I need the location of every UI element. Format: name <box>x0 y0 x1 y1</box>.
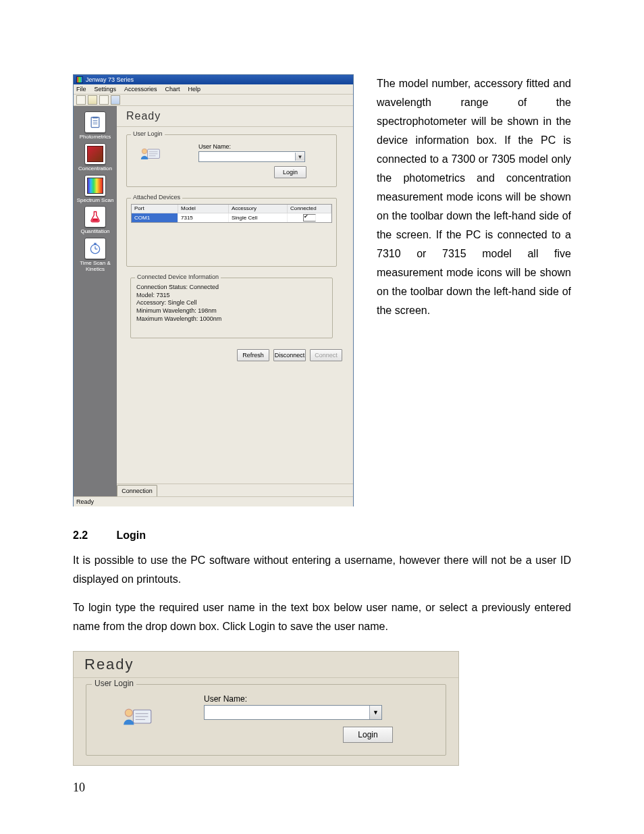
page-number: 10 <box>73 781 85 795</box>
sidebar-item-label: Spectrum Scan <box>77 198 114 204</box>
user-login-group: User Login User Name: ▼ Login <box>86 684 446 756</box>
menu-settings[interactable]: Settings <box>95 86 117 93</box>
group-caption: Attached Devices <box>131 194 182 201</box>
status-bar: Ready <box>74 496 353 506</box>
sidebar-item-photometrics[interactable]: Photometrics <box>80 111 111 140</box>
main-pane: Ready User Login User Name: ▼ Login <box>117 106 353 496</box>
status-text: Ready <box>76 498 94 505</box>
sidebar-item-label: Concentration <box>78 166 112 172</box>
sidebar-item-label: Photometrics <box>80 134 111 140</box>
section-title: Login <box>116 529 146 541</box>
app-logo-icon <box>76 76 83 83</box>
group-caption: Connected Device Information <box>135 273 221 280</box>
cell-port: COM1 <box>132 213 178 222</box>
header-accessory: Accessory <box>229 205 288 213</box>
username-label: User Name: <box>204 694 247 704</box>
app-window: Jenway 73 Series File Settings Accessori… <box>73 74 354 506</box>
disconnect-button[interactable]: Disconnect <box>273 349 306 361</box>
window-title: Jenway 73 Series <box>86 76 134 83</box>
sidebar-item-label: Quantitation <box>80 229 109 235</box>
explanatory-paragraph: The model number, accessory fitted and w… <box>377 74 571 320</box>
login-button[interactable]: Login <box>343 727 393 743</box>
section-number: 2.2 <box>73 529 113 542</box>
table-row[interactable]: COM1 7315 Single Cell <box>132 213 331 222</box>
timescan-icon <box>84 238 106 259</box>
login-button[interactable]: Login <box>274 166 306 178</box>
quantitation-icon <box>84 206 106 228</box>
header-model: Model <box>178 205 229 213</box>
header-port: Port <box>132 205 178 213</box>
toolbar-new-icon[interactable] <box>76 95 86 105</box>
attached-devices-group: Attached Devices Port Model Accessory Co… <box>126 198 337 267</box>
sidebar: Photometrics Concentration Spectrum Scan <box>74 106 117 496</box>
device-info-text: Connection Status: Connected Model: 7315… <box>136 284 221 323</box>
username-label: User Name: <box>198 143 231 150</box>
action-buttons: Refresh Disconnect Connect <box>237 349 342 361</box>
section-paragraph: To login type the required user name in … <box>73 598 571 636</box>
connect-button[interactable]: Connect <box>310 349 342 361</box>
photometrics-icon <box>84 111 106 133</box>
checkbox-checked-icon <box>303 214 316 221</box>
ready-bar: Ready <box>117 106 353 127</box>
ready-label: Ready <box>84 656 134 673</box>
info-line: Minimum Wavelength: 198nm <box>136 307 221 315</box>
toolbar-print-icon[interactable] <box>99 95 109 105</box>
spectrum-scan-icon <box>84 175 106 197</box>
cell-connected <box>288 213 331 222</box>
ready-bar: Ready <box>74 652 458 678</box>
username-select[interactable]: ▼ <box>204 705 382 720</box>
svg-rect-1 <box>92 117 98 119</box>
group-caption: User Login <box>131 130 165 137</box>
chevron-down-icon[interactable]: ▼ <box>369 706 381 719</box>
section-paragraph: It is possible to use the PC software wi… <box>73 551 571 589</box>
toolbar <box>74 95 353 106</box>
user-login-group: User Login User Name: ▼ Login <box>126 134 337 187</box>
chevron-down-icon[interactable]: ▼ <box>295 153 304 161</box>
sidebar-item-concentration[interactable]: Concentration <box>78 143 112 172</box>
svg-point-18 <box>125 709 132 716</box>
refresh-button[interactable]: Refresh <box>237 349 269 361</box>
menu-chart[interactable]: Chart <box>165 86 180 93</box>
menu-bar: File Settings Accessories Chart Help <box>74 84 353 95</box>
svg-rect-6 <box>94 243 96 245</box>
ready-label: Ready <box>126 110 161 122</box>
info-line: Maximum Wavelength: 1000nm <box>136 315 221 323</box>
login-closeup: Ready User Login User Name: ▼ Login <box>73 651 459 766</box>
device-info-group: Connected Device Information Connection … <box>130 278 333 338</box>
menu-accessories[interactable]: Accessories <box>124 86 157 93</box>
toolbar-save-icon[interactable] <box>111 95 120 105</box>
info-line: Connection Status: Connected <box>136 284 221 292</box>
concentration-icon <box>84 143 106 165</box>
sidebar-item-spectrum[interactable]: Spectrum Scan <box>77 175 114 204</box>
devices-table: Port Model Accessory Connected COM1 7315… <box>131 204 332 223</box>
toolbar-open-icon[interactable] <box>88 95 97 105</box>
sidebar-item-quantitation[interactable]: Quantitation <box>80 206 109 235</box>
table-header: Port Model Accessory Connected <box>132 205 331 213</box>
cell-accessory: Single Cell <box>229 213 288 222</box>
title-bar: Jenway 73 Series <box>74 75 353 84</box>
svg-point-13 <box>142 149 147 154</box>
menu-file[interactable]: File <box>76 86 86 93</box>
info-line: Model: 7315 <box>136 292 221 300</box>
user-icon <box>123 705 153 727</box>
sidebar-item-timescan[interactable]: Time Scan & Kinetics <box>74 238 117 273</box>
user-icon <box>140 146 161 161</box>
cell-model: 7315 <box>178 213 229 222</box>
group-caption: User Login <box>92 679 136 688</box>
section-heading: 2.2 Login <box>73 529 571 542</box>
username-select[interactable]: ▼ <box>198 151 305 162</box>
bottom-tabs: Connection <box>117 484 353 496</box>
header-connected: Connected <box>288 205 331 213</box>
tab-connection[interactable]: Connection <box>117 485 157 496</box>
menu-help[interactable]: Help <box>188 86 201 93</box>
info-line: Accessory: Single Cell <box>136 299 221 307</box>
sidebar-item-label: Time Scan & Kinetics <box>74 261 117 273</box>
